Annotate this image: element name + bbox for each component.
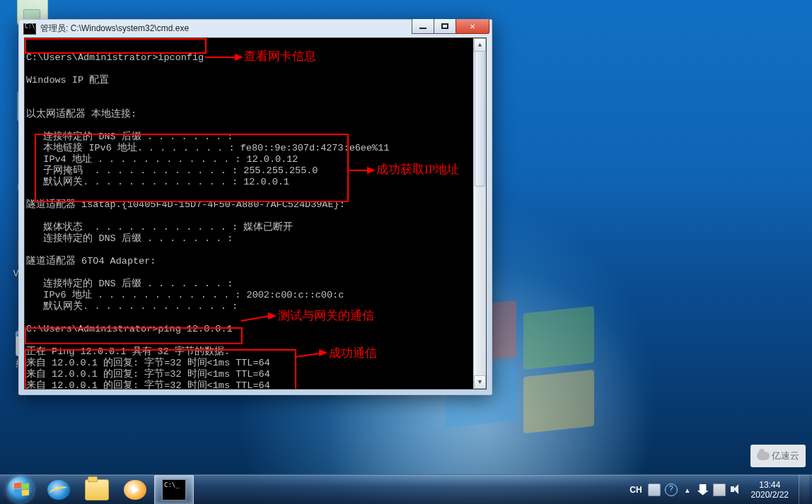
scroll-thumb[interactable] [475, 51, 485, 187]
clock-time: 13:44 [751, 480, 789, 490]
clock[interactable]: 13:44 2020/2/22 [746, 480, 794, 500]
arrow-head-icon [367, 167, 376, 174]
taskbar-cmd[interactable] [154, 475, 194, 505]
ime-indicator[interactable]: CH [628, 485, 643, 495]
explorer-icon [85, 479, 109, 500]
minimize-button[interactable] [412, 19, 434, 34]
taskbar-explorer[interactable] [78, 476, 116, 504]
arrow-line [347, 170, 369, 171]
terminal-client-area[interactable]: C:\Users\Administrator>ipconfig Windows … [24, 37, 487, 389]
window-title: 管理员: C:\Windows\system32\cmd.exe [40, 23, 189, 35]
system-tray: CH ? ▴ 13:44 2020/2/22 [628, 475, 812, 504]
titlebar[interactable]: 管理员: C:\Windows\system32\cmd.exe [19, 20, 492, 37]
arrow-head-icon [235, 54, 243, 61]
taskbar: CH ? ▴ 13:44 2020/2/22 [0, 474, 812, 504]
scroll-up-button[interactable]: ▲ [474, 38, 486, 52]
scrollbar[interactable]: ▲ ▼ [473, 38, 486, 389]
tray-chevron-icon[interactable]: ▴ [682, 484, 693, 496]
start-button[interactable] [0, 475, 40, 504]
watermark-text: 亿速云 [772, 450, 799, 462]
ime-keyboard-icon[interactable] [648, 484, 661, 496]
maximize-button[interactable] [434, 19, 456, 34]
annotation-test-gw: 测试与网关的通信 [278, 310, 374, 322]
arrow-head-icon [319, 349, 327, 356]
annotation-ping-success: 成功通信 [329, 348, 377, 359]
close-button[interactable] [456, 19, 489, 34]
annotation-got-ip: 成功获取IP地址 [376, 164, 459, 175]
annotation-box-ip-details [35, 134, 349, 202]
annotation-view-nic-info: 查看网卡信息 [244, 51, 316, 62]
watermark: 亿速云 [750, 445, 806, 467]
taskbar-ie[interactable] [40, 476, 78, 504]
network-tray-icon[interactable] [713, 484, 726, 496]
cmd-icon [23, 23, 36, 35]
cmd-icon [162, 479, 186, 500]
cmd-window: 管理员: C:\Windows\system32\cmd.exe C:\User… [18, 19, 492, 395]
scroll-down-button[interactable]: ▼ [474, 375, 486, 389]
arrow-head-icon [268, 312, 277, 320]
annotation-box-ipconfig [25, 38, 207, 54]
annotation-box-ping-cmd [25, 327, 243, 344]
taskbar-media-player[interactable] [116, 476, 154, 504]
media-player-icon [124, 480, 146, 500]
volume-icon[interactable] [730, 484, 741, 496]
help-icon[interactable]: ? [665, 484, 678, 496]
action-center-icon[interactable] [697, 484, 709, 496]
arrow-line [205, 57, 236, 58]
clock-date: 2020/2/22 [751, 490, 789, 500]
ie-icon [47, 480, 70, 500]
cloud-icon [757, 452, 770, 460]
show-desktop-button[interactable] [799, 475, 809, 504]
start-orb-icon [7, 476, 33, 503]
annotation-box-ping-replies [25, 349, 296, 389]
